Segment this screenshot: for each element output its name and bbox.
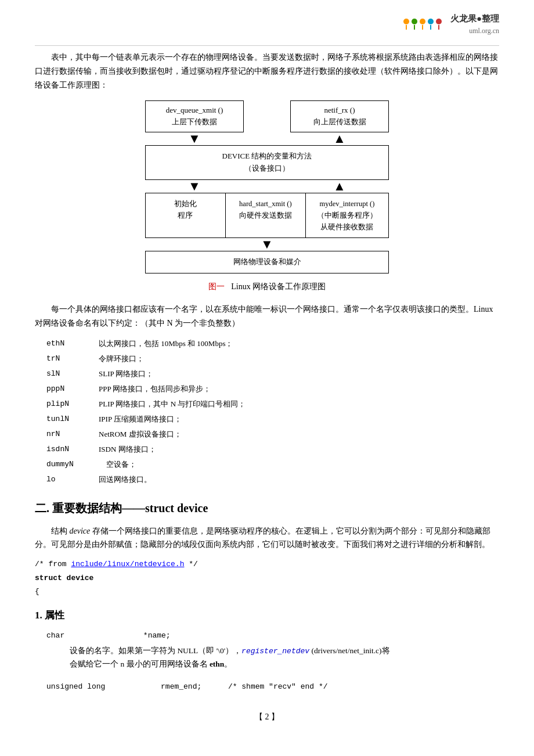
init-label: 初始化: [151, 198, 219, 210]
figure-5: [436, 19, 442, 30]
netif-rx-sublabel: 向上层传送数据: [299, 116, 380, 128]
property-char-name: char *name; 设备的名字。如果第一字符为 NULL（即 '\0'），r…: [46, 629, 499, 671]
list-item: ethN 以太网接口，包括 10Mbps 和 100Mbps；: [46, 336, 499, 351]
list-item: isdnN ISDN 网络接口；: [46, 442, 499, 457]
diagram-box-device-struct: DEVICE 结构的变量和方法 （设备接口）: [145, 145, 389, 180]
nic-list: ethN 以太网接口，包括 10Mbps 和 100Mbps； trN 令牌环接…: [46, 336, 499, 487]
device-struct-label: DEVICE 结构的变量和方法: [157, 150, 377, 163]
diagram-caption: 图一 Linux 网络设备工作原理图: [35, 280, 499, 293]
char-name-var: *name;: [143, 631, 171, 640]
caption-text: Linux 网络设备工作原理图: [231, 282, 326, 291]
nic-desc-trn: 令牌环接口；: [99, 351, 144, 366]
arrow-down-3: ▼: [261, 238, 273, 251]
nic-desc-isdnn: ISDN 网络接口；: [99, 442, 156, 457]
nic-desc-nrn: NetROM 虚拟设备接口；: [99, 427, 182, 442]
comment-suffix: */: [184, 560, 197, 568]
dev-queue-sublabel: 上层下传数据: [154, 116, 235, 128]
section-nic-intro: 每一个具体的网络接口都应该有一个名字，以在系统中能唯一标识一个网络接口。通常一个…: [35, 303, 499, 330]
network-diagram: dev_queue_xmit () 上层下传数据 netif_rx () 向上层…: [35, 100, 499, 273]
struct-keyword: struct device: [35, 574, 93, 582]
list-item: tunlN IPIP 压缩频道网络接口；: [46, 412, 499, 427]
brand-url: uml.org.cn: [450, 26, 499, 37]
physical-label: 网络物理设备和媒介: [157, 256, 377, 268]
nic-name-plipn: plipN: [46, 397, 99, 412]
nic-desc-sln: SLIP 网络接口；: [99, 366, 154, 381]
code-block: /* from include/linux/netdevice.h */ str…: [35, 557, 499, 598]
ulong-var: rmem_end;: [161, 682, 201, 691]
device-struct-sublabel: （设备接口）: [157, 163, 377, 175]
figure-3: [420, 19, 425, 30]
char-desc: 设备的名字。如果第一字符为 NULL（即 '\0'），register_netd…: [70, 645, 499, 671]
figure-1: [403, 19, 409, 30]
arrow-up-right: ▲: [290, 132, 389, 145]
hard-start-label: hard_start_xmit (): [232, 198, 300, 210]
nic-name-isdnn: isdnN: [46, 442, 99, 457]
brand-name: 火龙果●整理: [450, 12, 499, 26]
arrow-up-right-2: ▲: [290, 180, 389, 193]
diagram-box-hard-start: hard_start_xmit () 向硬件发送数据: [226, 193, 306, 237]
nic-name-pppn: pppN: [46, 381, 99, 397]
diagram-arrows-1: ▼ ▲: [145, 132, 389, 145]
register-netdev-link: register_netdev: [241, 647, 309, 656]
ulong-keyword: unsigned long: [46, 682, 105, 691]
figure-4: [428, 19, 434, 30]
header-logo: 火龙果●整理 uml.org.cn: [35, 12, 499, 39]
diagram-box-interrupt: mydev_interrupt () （中断服务程序） 从硬件接收数据: [306, 193, 388, 237]
nic-desc-lo: 回送网络接口。: [99, 472, 151, 487]
diagram-box-netif-rx: netif_rx () 向上层传送数据: [290, 100, 389, 133]
figure-2: [412, 19, 417, 30]
list-item: slN SLIP 网络接口；: [46, 366, 499, 381]
nic-desc-ethn: 以太网接口，包括 10Mbps 和 100Mbps；: [99, 336, 233, 351]
init-sublabel: 程序: [151, 210, 219, 221]
dev-queue-label: dev_queue_xmit (): [154, 105, 235, 117]
diagram-box-physical: 网络物理设备和媒介: [145, 251, 389, 273]
code-struct-line: struct device: [35, 571, 499, 585]
page-number: 【 2 】: [35, 711, 499, 723]
diagram-arrows-2: ▼ ▲: [145, 180, 389, 193]
list-item: nrN NetROM 虚拟设备接口；: [46, 427, 499, 442]
section2-intro: 结构 device 存储一个网络接口的重要信息，是网络驱动程序的核心。在逻辑上，…: [35, 524, 499, 552]
code-brace-open: {: [35, 585, 499, 598]
arrow-down-left: ▼: [145, 132, 244, 145]
logo-text: 火龙果●整理 uml.org.cn: [450, 12, 499, 37]
intro-paragraph: 表中，其中每一个链表单元表示一个存在的物理网络设备。当要发送数据时，网络子系统将…: [35, 51, 499, 92]
interrupt-sublabel2: 从硬件接收数据: [312, 221, 383, 233]
list-item: dummyN 空设备；: [46, 457, 499, 472]
nic-name-trn: trN: [46, 351, 99, 366]
logo-figures: [402, 19, 446, 30]
netif-rx-label: netif_rx (): [299, 105, 380, 117]
list-item: lo 回送网络接口。: [46, 472, 499, 487]
nic-desc-tunln: IPIP 压缩频道网络接口；: [99, 412, 182, 427]
diagram-box-init: 初始化 程序: [146, 193, 226, 237]
diagram-bottom-boxes: 初始化 程序 hard_start_xmit () 向硬件发送数据 mydev_…: [145, 193, 389, 238]
driver-path: (drivers/net/net_init.c): [312, 646, 382, 655]
nic-name-nrn: nrN: [46, 427, 99, 442]
list-item: pppN PPP 网络接口，包括同步和异步；: [46, 381, 499, 397]
code-from-comment: /* from include/linux/netdevice.h */: [35, 557, 499, 571]
nic-name-sln: slN: [46, 366, 99, 381]
interrupt-sublabel: （中断服务程序）: [312, 210, 383, 221]
arrow-down-left-2: ▼: [145, 180, 244, 193]
property-ulong-rmem: unsigned long rmem_end; /* shmem "recv" …: [46, 681, 499, 693]
ethn-bold: ethn: [210, 660, 225, 668]
comment-prefix: /* from: [35, 560, 71, 568]
list-item: plipN PLIP 网络接口，其中 N 与打印端口号相同；: [46, 397, 499, 412]
list-item: trN 令牌环接口；: [46, 351, 499, 366]
char-decl: char *name;: [46, 629, 499, 642]
section2-title: 二. 重要数据结构——struct device: [35, 499, 499, 517]
caption-num: 图一: [208, 282, 225, 291]
ulong-decl: unsigned long rmem_end; /* shmem "recv" …: [46, 681, 499, 693]
char-keyword: char: [46, 631, 64, 640]
nic-name-ethn: ethN: [46, 336, 99, 351]
nic-name-dummyn: dummyN: [46, 457, 99, 472]
diagram-box-dev-queue: dev_queue_xmit () 上层下传数据: [145, 100, 244, 133]
ulong-comment: /* shmem "recv" end */: [228, 682, 328, 691]
nic-name-tunln: tunlN: [46, 412, 99, 427]
diagram-arrow-3: ▼: [145, 238, 389, 251]
header-divider: [35, 45, 499, 46]
hard-start-sublabel: 向硬件发送数据: [232, 210, 300, 221]
device-italic: device: [70, 527, 91, 535]
nic-desc-pppn: PPP 网络接口，包括同步和异步；: [99, 381, 211, 397]
section-properties-title: 1. 属性: [35, 607, 499, 623]
include-link: include/linux/netdevice.h: [71, 560, 184, 568]
